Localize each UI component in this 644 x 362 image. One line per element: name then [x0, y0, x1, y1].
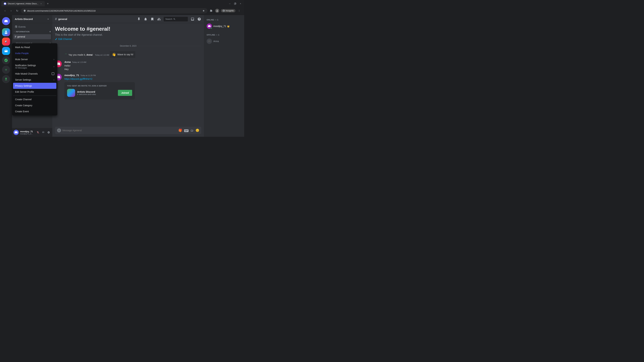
menu-create-category[interactable]: Create Category: [13, 102, 56, 108]
menu-privacy-settings[interactable]: Privacy Settings: [13, 83, 56, 89]
moodjoy-message-content: moodjoy_71 Today at 11:28 PM https://dis…: [64, 74, 201, 99]
sticker-button[interactable]: 🗂: [190, 129, 194, 132]
anna-member-avatar: [206, 38, 212, 44]
restore-button[interactable]: [233, 1, 238, 6]
help-button[interactable]: [197, 17, 201, 21]
welcome-title: Welcome to #general!: [55, 26, 201, 32]
hide-muted-checkbox[interactable]: [52, 72, 54, 75]
forward-button[interactable]: ›: [9, 8, 14, 13]
system-message-author: Anna: [86, 53, 92, 56]
active-tab[interactable]: Discord | #general | Artists Disco... ×: [1, 1, 45, 6]
svg-point-1: [5, 30, 7, 32]
context-menu: Mark As Read Invite People Mute Server ›…: [12, 43, 57, 115]
inbox-button[interactable]: [190, 17, 194, 21]
deafen-button[interactable]: [41, 130, 46, 135]
profile-button[interactable]: [215, 8, 220, 13]
minimize-button[interactable]: ─: [228, 1, 232, 6]
download-icon[interactable]: [2, 75, 10, 83]
moodjoy-timestamp: Today at 11:28 PM: [80, 74, 96, 76]
channel-header-name: general: [58, 17, 67, 20]
server-icon-artists[interactable]: [2, 28, 10, 36]
incognito-badge: Incognito: [221, 9, 236, 12]
channel-hash-icon: #: [55, 17, 57, 21]
gif-button[interactable]: GIF: [184, 129, 188, 132]
chat-area: Welcome to #general! This is the start o…: [52, 23, 204, 125]
user-tag: moodjoy71_0...: [20, 133, 34, 135]
anna-message-header: Anna Today at 1:13 AM: [64, 60, 201, 63]
message-group-moodjoy: moodjoy_71 Today at 11:28 PM https://dis…: [55, 74, 201, 99]
edit-channel-button[interactable]: Edit Channel: [55, 38, 72, 40]
mute-button[interactable]: [36, 130, 40, 135]
members-button[interactable]: [157, 17, 161, 21]
user-info: moodjoy_71 moodjoy71_0...: [20, 130, 34, 135]
notification-button[interactable]: [144, 17, 148, 21]
menu-divider: [13, 95, 56, 96]
anna-member-name: Anna: [213, 40, 219, 42]
emoji-button[interactable]: 😊: [196, 129, 199, 132]
search-icon: [173, 18, 176, 20]
server-icon-explore[interactable]: [2, 56, 10, 64]
arrow-icon: ›: [54, 58, 54, 61]
menu-create-channel[interactable]: Create Channel: [13, 96, 56, 102]
new-tab-button[interactable]: +: [46, 1, 50, 6]
server-divider: [3, 26, 9, 27]
message-group-anna: Anna Today at 1:13 AM Hello! Hey: [55, 60, 201, 71]
header-actions: Search: [137, 17, 201, 21]
menu-notification-settings[interactable]: Notification Settings All Messages ›: [13, 62, 56, 71]
username: moodjoy_71: [20, 130, 34, 133]
menu-invite-people[interactable]: Invite People: [13, 50, 56, 56]
server-icon-3[interactable]: 🏔: [2, 47, 10, 55]
anna-author: Anna: [64, 60, 71, 63]
incognito-label: Incognito: [226, 9, 234, 12]
settings-button[interactable]: [46, 130, 51, 135]
add-server-button[interactable]: +: [2, 66, 10, 74]
back-button[interactable]: ‹: [3, 8, 8, 13]
section-collapse-icon: [14, 31, 15, 32]
moodjoy-member-avatar: [206, 23, 212, 29]
close-button[interactable]: ×: [238, 1, 243, 6]
server-header[interactable]: Artists Discord: [12, 15, 52, 23]
server-icon-2[interactable]: 🌊: [2, 37, 10, 45]
system-message-timestamp: Today at 1:12 AM: [95, 54, 109, 56]
user-avatar: [14, 130, 19, 135]
channel-hash-icon: #: [15, 35, 16, 38]
browser-menu-button[interactable]: ⋮: [237, 8, 242, 13]
search-box[interactable]: Search: [164, 17, 188, 21]
attach-button[interactable]: +: [57, 128, 61, 132]
menu-create-event[interactable]: Create Event: [13, 108, 56, 114]
information-section-header[interactable]: INFORMATION +: [12, 29, 52, 34]
joined-button[interactable]: Joined: [118, 90, 132, 96]
app-container: 🌊 🏔 + Artists Discord Events: [0, 15, 244, 137]
refresh-button[interactable]: ↻: [15, 8, 20, 13]
address-bar[interactable]: discord.com/channels/1182362010067935253…: [21, 8, 208, 13]
message-input-box: + 🎁 GIF 🗂 😊: [55, 127, 201, 134]
message-input-field[interactable]: [62, 129, 177, 132]
member-item-anna[interactable]: Anna: [205, 37, 243, 45]
moodjoy-member-name: moodjoy_71 👑: [213, 25, 230, 27]
tab-close-button[interactable]: ×: [40, 2, 42, 5]
events-item[interactable]: Events: [14, 24, 51, 29]
channel-item-general[interactable]: # general: [14, 34, 51, 39]
user-area: moodjoy_71 moodjoy71_0...: [12, 128, 52, 137]
main-content: # general Search: [52, 15, 204, 137]
pinned-messages-button[interactable]: [150, 17, 154, 21]
events-icon: [15, 25, 18, 28]
discord-invite-link[interactable]: https://discord.gg/fffHHeY2: [64, 78, 92, 80]
tab-bar: Discord | #general | Artists Disco... × …: [0, 0, 244, 6]
pin-button[interactable]: [137, 17, 141, 21]
wave-button[interactable]: 👋 Wave to say hi!: [110, 51, 135, 58]
channel-sidebar: Artists Discord Events INFORMATION + # g…: [12, 15, 52, 137]
menu-mute-server[interactable]: Mute Server ›: [13, 56, 56, 62]
gift-button[interactable]: 🎁: [178, 129, 182, 132]
menu-server-settings[interactable]: Server Settings ›: [13, 77, 56, 83]
extensions-button[interactable]: [209, 8, 214, 13]
menu-edit-server-profile[interactable]: Edit Server Profile: [13, 89, 56, 95]
welcome-section: Welcome to #general! This is the start o…: [55, 26, 201, 41]
menu-mark-as-read[interactable]: Mark As Read: [13, 44, 56, 50]
svg-rect-2: [5, 32, 7, 34]
member-item-moodjoy[interactable]: moodjoy_71 👑: [205, 22, 243, 30]
add-channel-button[interactable]: +: [49, 30, 51, 33]
nav-bar: ‹ › ↻ discord.com/channels/1182362010067…: [0, 6, 244, 15]
discord-home-button[interactable]: [2, 17, 10, 25]
menu-hide-muted-channels[interactable]: Hide Muted Channels: [13, 71, 56, 77]
